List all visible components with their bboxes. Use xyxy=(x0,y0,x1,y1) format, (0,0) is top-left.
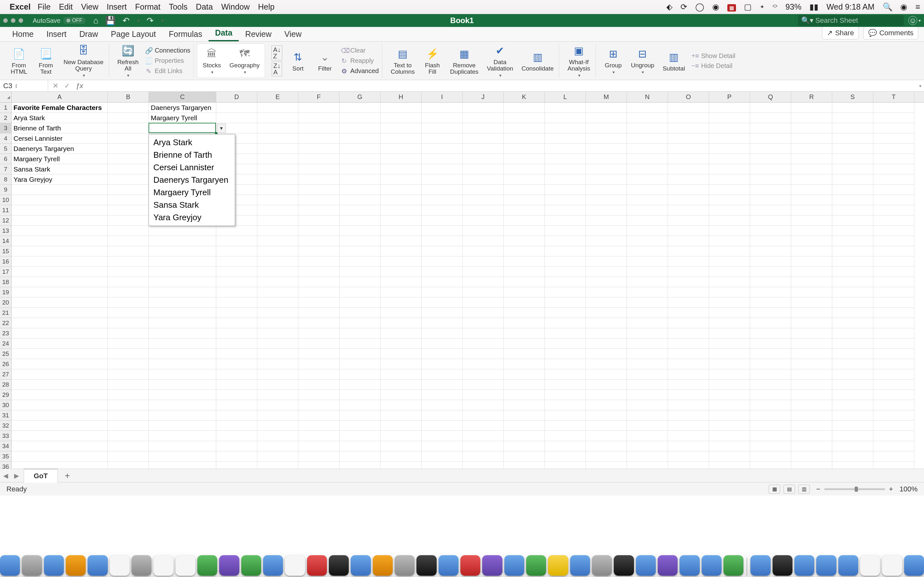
cell-P21[interactable] xyxy=(709,308,750,318)
formula-input[interactable] xyxy=(87,80,916,91)
cell-S7[interactable] xyxy=(832,164,873,174)
cell-Q17[interactable] xyxy=(750,267,791,277)
cell-I16[interactable] xyxy=(422,256,463,267)
cell-J24[interactable] xyxy=(463,338,504,349)
select-all-corner[interactable]: ◢ xyxy=(0,92,11,102)
tab-home[interactable]: Home xyxy=(6,27,40,41)
view-page-layout-button[interactable]: ▤ xyxy=(783,485,795,494)
cell-Q28[interactable] xyxy=(750,380,791,390)
cell-L32[interactable] xyxy=(545,421,586,431)
cell-I22[interactable] xyxy=(422,318,463,328)
cell-L6[interactable] xyxy=(545,154,586,164)
cell-P10[interactable] xyxy=(709,195,750,205)
cell-H2[interactable] xyxy=(381,113,422,123)
close-window-button[interactable] xyxy=(3,18,8,23)
cell-H6[interactable] xyxy=(381,154,422,164)
cell-A19[interactable] xyxy=(11,287,108,298)
cell-B18[interactable] xyxy=(108,277,149,287)
reapply-button[interactable]: ↻Reapply xyxy=(341,56,379,65)
cell-R23[interactable] xyxy=(791,328,832,338)
dock-app-podcasts[interactable] xyxy=(263,555,283,576)
cell-J17[interactable] xyxy=(463,267,504,277)
col-header-N[interactable]: N xyxy=(627,92,668,102)
cell-N17[interactable] xyxy=(627,267,668,277)
cell-L12[interactable] xyxy=(545,215,586,226)
cell-F18[interactable] xyxy=(298,277,339,287)
cell-G36[interactable] xyxy=(339,462,381,469)
cell-I26[interactable] xyxy=(422,359,463,369)
app-icon[interactable]: ▦ xyxy=(727,4,736,11)
cell-A12[interactable] xyxy=(11,215,108,226)
cell-A16[interactable] xyxy=(11,256,108,267)
cell-T20[interactable] xyxy=(873,298,914,308)
cell-M8[interactable] xyxy=(586,174,627,185)
cell-K2[interactable] xyxy=(504,113,545,123)
zoom-window-button[interactable] xyxy=(19,18,23,23)
cell-H18[interactable] xyxy=(381,277,422,287)
cell-J19[interactable] xyxy=(463,287,504,298)
cell-H11[interactable] xyxy=(381,205,422,215)
row-header-30[interactable]: 30 xyxy=(0,400,11,410)
row-header-14[interactable]: 14 xyxy=(0,236,11,246)
cell-E32[interactable] xyxy=(257,421,298,431)
cell-O16[interactable] xyxy=(668,256,709,267)
cell-N8[interactable] xyxy=(627,174,668,185)
cell-B34[interactable] xyxy=(108,441,149,451)
cell-E3[interactable] xyxy=(257,123,298,133)
cell-P18[interactable] xyxy=(709,277,750,287)
cell-O8[interactable] xyxy=(668,174,709,185)
cell-G22[interactable] xyxy=(339,318,381,328)
app-name[interactable]: Excel xyxy=(10,2,31,11)
dock-app-folder3[interactable] xyxy=(816,555,836,576)
cell-C3[interactable] xyxy=(149,123,216,133)
cell-C35[interactable] xyxy=(149,451,216,462)
cell-D18[interactable] xyxy=(216,277,257,287)
cell-C2[interactable]: Margaery Tyrell xyxy=(149,113,216,123)
cell-F28[interactable] xyxy=(298,380,339,390)
cell-M23[interactable] xyxy=(586,328,627,338)
cell-E28[interactable] xyxy=(257,380,298,390)
bluetooth-icon[interactable]: ᛭ xyxy=(760,2,764,11)
cell-F7[interactable] xyxy=(298,164,339,174)
cell-G35[interactable] xyxy=(339,451,381,462)
cell-Q8[interactable] xyxy=(750,174,791,185)
cell-P14[interactable] xyxy=(709,236,750,246)
cell-Q25[interactable] xyxy=(750,349,791,359)
dropdown-item-2[interactable]: Cersei Lannister xyxy=(149,161,235,174)
clock[interactable]: Wed 9:18 AM xyxy=(827,2,875,11)
cell-S16[interactable] xyxy=(832,256,873,267)
cell-S29[interactable] xyxy=(832,390,873,400)
cell-I23[interactable] xyxy=(422,328,463,338)
dock-app-terminal[interactable] xyxy=(417,555,436,576)
cell-R35[interactable] xyxy=(791,451,832,462)
cell-G19[interactable] xyxy=(339,287,381,298)
cell-J8[interactable] xyxy=(463,174,504,185)
cell-H35[interactable] xyxy=(381,451,422,462)
cell-T15[interactable] xyxy=(873,246,914,256)
col-header-O[interactable]: O xyxy=(668,92,709,102)
cell-E4[interactable] xyxy=(257,133,298,143)
cell-J20[interactable] xyxy=(463,298,504,308)
cell-N6[interactable] xyxy=(627,154,668,164)
show-detail-button[interactable]: +≡Show Detail xyxy=(691,52,735,60)
cell-A13[interactable] xyxy=(11,226,108,236)
cell-R5[interactable] xyxy=(791,143,832,154)
cell-T13[interactable] xyxy=(873,226,914,236)
col-header-D[interactable]: D xyxy=(216,92,257,102)
dock-app-notes2[interactable] xyxy=(860,555,880,576)
cell-M13[interactable] xyxy=(586,226,627,236)
cell-S20[interactable] xyxy=(832,298,873,308)
dock-app-calculator[interactable] xyxy=(614,555,634,576)
cell-B28[interactable] xyxy=(108,380,149,390)
cell-B12[interactable] xyxy=(108,215,149,226)
cell-K9[interactable] xyxy=(504,185,545,195)
dock-app-vscode[interactable] xyxy=(504,555,524,576)
row-header-10[interactable]: 10 xyxy=(0,195,11,205)
cc-icon[interactable]: ◉ xyxy=(712,2,719,11)
cell-P6[interactable] xyxy=(709,154,750,164)
whatif-button[interactable]: ▣What-If Analysis▾ xyxy=(565,42,592,79)
cell-L4[interactable] xyxy=(545,133,586,143)
col-header-H[interactable]: H xyxy=(381,92,422,102)
cell-S24[interactable] xyxy=(832,338,873,349)
cell-F5[interactable] xyxy=(298,143,339,154)
